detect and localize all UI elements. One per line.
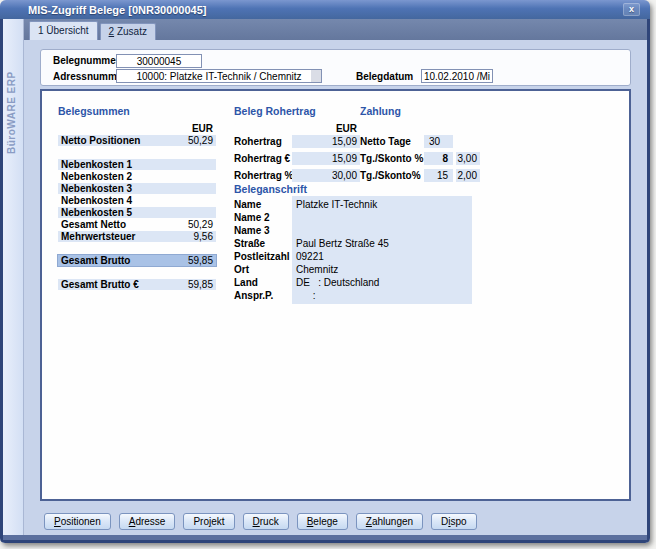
row-label: Nebenkosten 5 [61, 207, 213, 218]
beleganschrift-value-box: Platzke IT-Technik Paul Bertz Straße 45 … [292, 196, 472, 304]
belegsummen-currency-header: EUR [58, 123, 216, 135]
row-label: Nebenkosten 2 [61, 171, 213, 182]
row-label: Tg./Skonto% [360, 169, 424, 182]
row-value: 30,00 [292, 169, 360, 182]
row-label: Gesamt Netto [61, 219, 188, 230]
close-icon: x [629, 5, 634, 14]
positionen-button[interactable]: Positionen [44, 513, 111, 530]
tab-strip: 1 Übersicht 2 Zusatz [24, 19, 647, 40]
belegdatum-label: Belegdatum [356, 71, 413, 82]
close-button[interactable]: x [623, 3, 640, 16]
zahlung-row-skonto-1: Tg./Skonto %83,00 [360, 152, 486, 165]
document-header-panel: Belegnummer 30000045 Adressnummer 10000:… [40, 49, 631, 86]
tab-label: 1 Übersicht [38, 25, 89, 36]
anschrift-value-plz: 09221 [296, 250, 472, 263]
belegdatum-value: 10.02.2010 /Mi [424, 71, 490, 82]
belegdatum-input[interactable]: 10.02.2010 /Mi [421, 69, 493, 83]
anschrift-label-name2: Name 2 [234, 211, 290, 224]
row-label: Rohertrag [234, 135, 292, 148]
section-zahlung: Zahlung Netto Tage30 Tg./Skonto %83,00 T… [360, 105, 486, 186]
window-body: BüroWARE ERP 1 Übersicht 2 Zusatz Belegn… [0, 19, 650, 543]
summen-row-nebenkosten-4: Nebenkosten 4 [58, 195, 216, 206]
row-value-1: 15 [424, 169, 453, 182]
brand-strip: BüroWARE ERP [3, 19, 24, 540]
anschrift-value-name: Platzke IT-Technik [296, 198, 472, 211]
dispo-button[interactable]: Dispo [431, 513, 477, 530]
row-label: Netto Positionen [61, 135, 188, 146]
zahlung-title: Zahlung [360, 105, 486, 118]
summen-row-spacer [58, 147, 216, 158]
row-value-1: 8 [424, 152, 453, 165]
anschrift-label-name3: Name 3 [234, 224, 290, 237]
summen-row-mehrwertsteuer: Mehrwertsteuer9,56 [58, 231, 216, 242]
rohertrag-row-eur: Rohertrag €15,09 [234, 152, 360, 165]
row-label: Gesamt Brutto € [61, 279, 188, 290]
row-label [61, 267, 213, 278]
row-value-2: 2,00 [456, 169, 480, 182]
summen-row-gesamt-brutto-eur: Gesamt Brutto €59,85 [58, 279, 216, 290]
row-label: Mehrwertsteuer [61, 231, 194, 242]
summen-row-gesamt-brutto: Gesamt Brutto59,85 [58, 255, 216, 266]
zahlung-row-skonto-2: Tg./Skonto%152,00 [360, 169, 486, 182]
content-area: Belegnummer 30000045 Adressnummer 10000:… [24, 40, 647, 535]
row-value: 50,29 [188, 219, 213, 230]
belege-button[interactable]: Belege [297, 513, 348, 530]
tab-label: Zusatz [114, 26, 147, 37]
row-label: Nebenkosten 4 [61, 195, 213, 206]
summen-row-netto-positionen: Netto Positionen50,29 [58, 135, 216, 146]
rohertrag-currency-header: EUR [234, 123, 360, 135]
row-label: Nebenkosten 3 [61, 183, 213, 194]
projekt-button[interactable]: Projekt [183, 513, 234, 530]
summen-row-gesamt-netto: Gesamt Netto50,29 [58, 219, 216, 230]
adresse-button[interactable]: Adresse [119, 513, 176, 530]
row-label [61, 147, 213, 158]
summen-row-nebenkosten-2: Nebenkosten 2 [58, 171, 216, 182]
druck-button[interactable]: Druck [243, 513, 289, 530]
detail-panel: Belegsummen EUR Netto Positionen50,29 Ne… [40, 89, 631, 501]
summen-row-spacer [58, 243, 216, 254]
row-value: 59,85 [188, 279, 213, 290]
anschrift-value-land: DE : Deutschland [296, 276, 472, 289]
rohertrag-row: Rohertrag15,09 [234, 135, 360, 148]
row-value: 50,29 [188, 135, 213, 146]
section-belegsummen: Belegsummen EUR Netto Positionen50,29 Ne… [58, 105, 216, 291]
row-label: Nebenkosten 1 [61, 159, 213, 170]
anschrift-value-name2 [296, 211, 472, 224]
window-title: MIS-Zugriff Belege [0NR30000045] [28, 4, 207, 16]
row-value-2 [456, 135, 480, 148]
anschrift-label-plz: Postleitzahl [234, 250, 290, 263]
row-label: Rohertrag € [234, 152, 292, 165]
anschrift-label-strasse: Straße [234, 237, 290, 250]
anschrift-label-land: Land [234, 276, 290, 289]
tab-uebersicht[interactable]: 1 Übersicht [29, 21, 98, 40]
row-label: Gesamt Brutto [61, 255, 188, 266]
section-rohertrag: Beleg Rohertrag EUR Rohertrag15,09 Roher… [234, 105, 360, 186]
anschrift-label-name: Name [234, 198, 290, 211]
summen-row-spacer [58, 267, 216, 278]
row-value: 59,85 [188, 255, 213, 266]
row-value: 15,09 [292, 152, 360, 165]
adressnummer-value: 10000: Platzke IT-Technik / Chemnitz [136, 71, 301, 82]
row-value-2: 3,00 [456, 152, 480, 165]
tab-zusatz[interactable]: 2 Zusatz [100, 23, 156, 40]
zahlung-row-netto-tage: Netto Tage30 [360, 135, 486, 148]
section-beleganschrift: Beleganschrift Name Name 2 Name 3 Straße… [234, 183, 474, 196]
anschrift-label-ort: Ort [234, 263, 290, 276]
adressnummer-dropdown-button[interactable] [311, 70, 321, 82]
zahlung-spacer [360, 123, 486, 135]
row-label: Netto Tage [360, 135, 424, 148]
brand-vertical-label: BüroWARE ERP [6, 34, 24, 154]
summen-row-nebenkosten-3: Nebenkosten 3 [58, 183, 216, 194]
anschrift-value-ort: Chemnitz [296, 263, 472, 276]
adressnummer-input[interactable]: 10000: Platzke IT-Technik / Chemnitz [116, 69, 322, 83]
summen-row-nebenkosten-1: Nebenkosten 1 [58, 159, 216, 170]
main-area: 1 Übersicht 2 Zusatz Belegnummer 3000004… [24, 19, 647, 535]
belegnummer-value: 30000045 [137, 56, 182, 67]
row-value: 15,09 [292, 135, 360, 148]
belegnummer-input[interactable]: 30000045 [116, 54, 202, 68]
anschrift-value-strasse: Paul Bertz Straße 45 [296, 237, 472, 250]
row-label: Tg./Skonto % [360, 152, 424, 165]
zahlungen-button[interactable]: Zahlungen [356, 513, 423, 530]
app-window: MIS-Zugriff Belege [0NR30000045] x BüroW… [0, 0, 650, 543]
title-bar[interactable]: MIS-Zugriff Belege [0NR30000045] x [0, 0, 650, 19]
